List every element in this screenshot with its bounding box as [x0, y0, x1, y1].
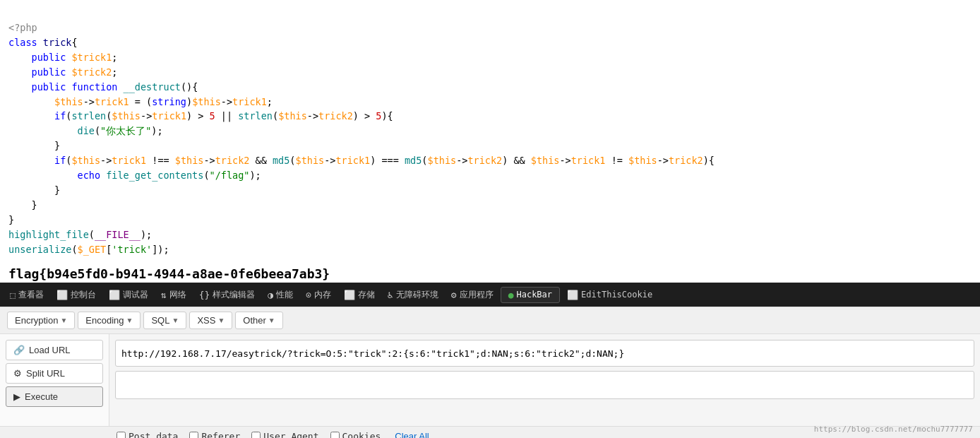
clear-all-button[interactable]: Clear All [392, 431, 431, 438]
memory-icon: ⊙ [306, 290, 311, 300]
apps-label: 应用程序 [460, 289, 494, 301]
devtools-item-accessibility[interactable]: ♿ 无障碍环境 [382, 286, 444, 304]
devtools-item-hackbar[interactable]: ● HackBar [501, 287, 560, 303]
other-label: Other [243, 315, 266, 326]
devtools-item-editthiscookie[interactable]: ⬜ EditThisCookie [561, 287, 658, 303]
accessibility-icon: ♿ [388, 290, 393, 300]
load-url-label: Load URL [29, 345, 71, 355]
load-url-button[interactable]: 🔗 Load URL [6, 340, 103, 360]
user-agent-checkbox[interactable]: User Agent [251, 431, 318, 438]
other-arrow: ▼ [268, 316, 275, 324]
post-data-checkbox[interactable]: Post data [116, 431, 178, 438]
encryption-arrow: ▼ [60, 316, 67, 324]
url-area [109, 334, 980, 426]
execute-button[interactable]: ▶ Execute [6, 386, 103, 407]
devtools-item-style-editor[interactable]: {} 样式编辑器 [193, 286, 261, 304]
flag-output: flag{b94e5fd0-b941-4944-a8ae-0fe6beea7ab… [8, 264, 972, 283]
devtools-item-inspector[interactable]: ⬚ 查看器 [4, 286, 49, 304]
referer-checkbox[interactable]: Referer [189, 431, 240, 438]
network-icon: ⇅ [161, 290, 167, 300]
xss-arrow: ▼ [217, 316, 225, 324]
sql-label: SQL [151, 315, 169, 326]
split-url-label: Split URL [26, 368, 65, 379]
cookies-check[interactable] [330, 432, 340, 438]
encoding-label: Encoding [85, 315, 124, 326]
console-label: 控制台 [71, 289, 96, 301]
network-label: 网络 [169, 289, 186, 301]
inspector-label: 查看器 [18, 289, 44, 301]
hackbar-icon: ● [508, 290, 514, 300]
console-icon: ⬜ [56, 290, 68, 300]
devtools-bar: ⬚ 查看器 ⬜ 控制台 ⬜ 调试器 ⇅ 网络 {} 样式编辑器 ◑ 性能 ⊙ 内… [0, 283, 980, 307]
referer-check[interactable] [189, 432, 198, 438]
cookies-label: Cookies [342, 431, 381, 438]
devtools-item-memory[interactable]: ⊙ 内存 [300, 286, 337, 304]
editthiscookie-label: EditThisCookie [581, 290, 652, 300]
url-input[interactable] [115, 340, 974, 367]
devtools-item-console[interactable]: ⬜ 控制台 [51, 286, 102, 304]
execute-icon: ▶ [13, 391, 20, 402]
execute-label: Execute [25, 391, 58, 402]
encryption-menu[interactable]: Encryption ▼ [7, 312, 75, 329]
other-menu[interactable]: Other ▼ [235, 312, 282, 329]
hackbar-panel: Encryption ▼ Encoding ▼ SQL ▼ XSS ▼ Othe… [0, 307, 980, 438]
devtools-item-network[interactable]: ⇅ 网络 [155, 286, 192, 304]
user-agent-check[interactable] [251, 432, 261, 438]
devtools-item-debugger[interactable]: ⬜ 调试器 [103, 286, 154, 304]
debugger-label: 调试器 [123, 289, 148, 301]
sql-menu[interactable]: SQL ▼ [143, 312, 186, 329]
hackbar-label: HackBar [516, 290, 552, 300]
encryption-label: Encryption [15, 315, 58, 326]
referer-label: Referer [201, 431, 240, 438]
encoding-menu[interactable]: Encoding ▼ [78, 312, 141, 329]
performance-icon: ◑ [268, 290, 273, 300]
memory-label: 内存 [314, 289, 331, 301]
user-agent-label: User Agent [263, 431, 318, 438]
debugger-icon: ⬜ [109, 290, 120, 300]
xss-label: XSS [197, 315, 215, 326]
storage-label: 存储 [358, 289, 375, 301]
code-area: <?php class trick{ public $trick1; publi… [0, 0, 980, 283]
style-editor-icon: {} [199, 290, 210, 300]
url-textarea[interactable] [115, 371, 974, 399]
cookies-checkbox[interactable]: Cookies [330, 431, 381, 438]
hackbar-main-content: 🔗 Load URL ⚙ Split URL ▶ Execute [0, 334, 980, 426]
post-data-label: Post data [129, 431, 178, 438]
split-url-button[interactable]: ⚙ Split URL [6, 363, 103, 384]
accessibility-label: 无障碍环境 [396, 289, 438, 301]
sql-arrow: ▼ [172, 316, 179, 324]
inspector-icon: ⬚ [10, 290, 16, 300]
hackbar-menu-bar: Encryption ▼ Encoding ▼ SQL ▼ XSS ▼ Othe… [0, 307, 980, 334]
hackbar-left-buttons: 🔗 Load URL ⚙ Split URL ▶ Execute [0, 334, 109, 426]
apps-icon: ⚙ [451, 290, 457, 300]
style-editor-label: 样式编辑器 [213, 289, 255, 301]
storage-icon: ⬜ [344, 290, 355, 300]
post-data-check[interactable] [116, 432, 126, 438]
encoding-arrow: ▼ [126, 316, 133, 324]
devtools-item-apps[interactable]: ⚙ 应用程序 [446, 286, 499, 304]
performance-label: 性能 [276, 289, 293, 301]
devtools-item-performance[interactable]: ◑ 性能 [262, 286, 299, 304]
editthiscookie-icon: ⬜ [567, 290, 578, 300]
split-url-icon: ⚙ [13, 368, 22, 379]
devtools-item-storage[interactable]: ⬜ 存储 [338, 286, 381, 304]
watermark: https://blog.csdn.net/mochu7777777 [814, 425, 973, 434]
xss-menu[interactable]: XSS ▼ [189, 312, 232, 329]
load-url-icon: 🔗 [13, 345, 25, 355]
